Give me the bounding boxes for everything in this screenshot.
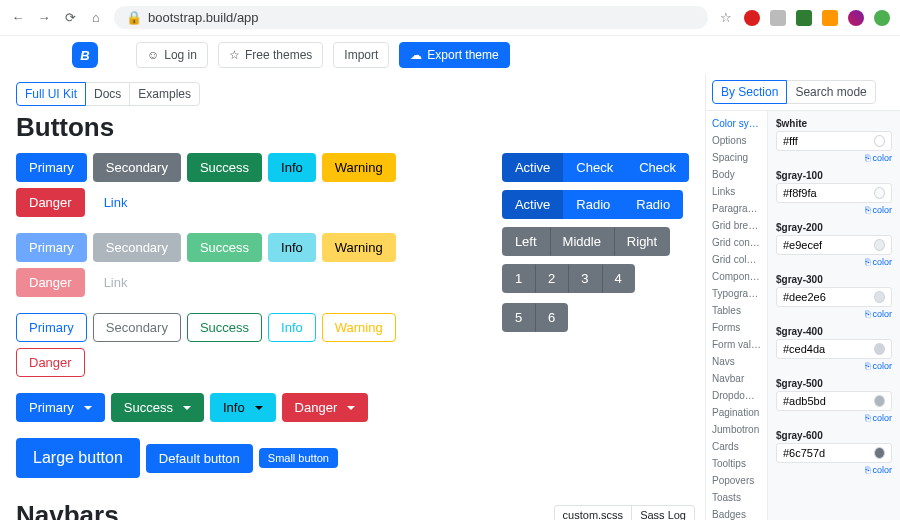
star-icon[interactable]: ☆	[718, 10, 734, 26]
btn-primary[interactable]: Primary	[16, 153, 87, 182]
section-nav-item[interactable]: Cards	[706, 438, 767, 455]
section-nav-item[interactable]: Grid contain…	[706, 234, 767, 251]
btn-outline-primary[interactable]: Primary	[16, 313, 87, 342]
tab-custom-scss[interactable]: custom.scss	[554, 505, 633, 520]
btn-info-light[interactable]: Info	[268, 233, 316, 262]
avatar-icon[interactable]	[848, 10, 864, 26]
btn-small[interactable]: Small button	[259, 448, 338, 468]
var-input[interactable]	[783, 343, 874, 355]
variable-list[interactable]: $whitecolor$gray-100color$gray-200color$…	[768, 111, 900, 520]
export-button[interactable]: ☁ Export theme	[399, 42, 509, 68]
num-btn[interactable]: 6	[535, 303, 568, 332]
section-nav-item[interactable]: Pagination	[706, 404, 767, 421]
num-btn[interactable]: 5	[502, 303, 535, 332]
btn-outline-warning[interactable]: Warning	[322, 313, 396, 342]
radio-btn[interactable]: Radio	[563, 190, 623, 219]
section-nav-item[interactable]: Navbar	[706, 370, 767, 387]
var-input[interactable]	[783, 187, 874, 199]
ext-icon[interactable]	[874, 10, 890, 26]
home-icon[interactable]: ⌂	[88, 10, 104, 26]
section-nav-item[interactable]: Paragraphs	[706, 200, 767, 217]
btn-info[interactable]: Info	[268, 153, 316, 182]
var-input[interactable]	[783, 239, 874, 251]
btn-danger[interactable]: Danger	[16, 188, 85, 217]
color-swatch[interactable]	[874, 343, 885, 355]
section-nav-item[interactable]: Navs	[706, 353, 767, 370]
color-swatch[interactable]	[874, 291, 885, 303]
var-input-row[interactable]	[776, 235, 892, 255]
ext-icon[interactable]	[770, 10, 786, 26]
tab-docs[interactable]: Docs	[85, 82, 130, 106]
lmr-right[interactable]: Right	[614, 227, 670, 256]
num-btn[interactable]: 3	[568, 264, 601, 293]
section-nav-item[interactable]: Dropdowns	[706, 387, 767, 404]
address-bar[interactable]: 🔒 bootstrap.build/app	[114, 6, 708, 29]
btn-outline-secondary[interactable]: Secondary	[93, 313, 181, 342]
var-input-row[interactable]	[776, 183, 892, 203]
btn-danger-light[interactable]: Danger	[16, 268, 85, 297]
tab-examples[interactable]: Examples	[129, 82, 200, 106]
ext-icon[interactable]	[822, 10, 838, 26]
btn-warning[interactable]: Warning	[322, 153, 396, 182]
var-input-row[interactable]	[776, 287, 892, 307]
color-swatch[interactable]	[874, 239, 885, 251]
tab-by-section[interactable]: By Section	[712, 80, 787, 104]
num-btn[interactable]: 2	[535, 264, 568, 293]
var-input[interactable]	[783, 447, 874, 459]
btn-outline-success[interactable]: Success	[187, 313, 262, 342]
btn-success[interactable]: Success	[187, 153, 262, 182]
section-nav-item[interactable]: Form validat…	[706, 336, 767, 353]
btn-outline-danger[interactable]: Danger	[16, 348, 85, 377]
btn-default[interactable]: Default button	[146, 444, 253, 473]
dropdown-info[interactable]: Info	[210, 393, 276, 422]
tab-full-ui-kit[interactable]: Full UI Kit	[16, 82, 86, 106]
tab-sass-log[interactable]: Sass Log	[632, 505, 695, 520]
btn-link[interactable]: Link	[91, 188, 141, 217]
dropdown-danger[interactable]: Danger	[282, 393, 369, 422]
var-input-row[interactable]	[776, 131, 892, 151]
section-nav-item[interactable]: Popovers	[706, 472, 767, 489]
adblock-icon[interactable]	[744, 10, 760, 26]
lmr-middle[interactable]: Middle	[550, 227, 614, 256]
radio-active[interactable]: Active	[502, 190, 563, 219]
import-button[interactable]: Import	[333, 42, 389, 68]
dropdown-success[interactable]: Success	[111, 393, 204, 422]
color-swatch[interactable]	[874, 447, 885, 459]
section-nav-item[interactable]: Typography	[706, 285, 767, 302]
login-button[interactable]: ☺ Log in	[136, 42, 208, 68]
num-btn[interactable]: 4	[602, 264, 635, 293]
section-nav-item[interactable]: Spacing	[706, 149, 767, 166]
section-nav-item[interactable]: Tables	[706, 302, 767, 319]
section-nav-item[interactable]: Grid breakp…	[706, 217, 767, 234]
reload-icon[interactable]: ⟳	[62, 10, 78, 26]
ext-icon[interactable]	[796, 10, 812, 26]
btn-primary-light[interactable]: Primary	[16, 233, 87, 262]
section-nav[interactable]: Color systemOptionsSpacingBodyLinksParag…	[706, 111, 768, 520]
btn-success-light[interactable]: Success	[187, 233, 262, 262]
btn-warning-light[interactable]: Warning	[322, 233, 396, 262]
var-input-row[interactable]	[776, 443, 892, 463]
num-btn[interactable]: 1	[502, 264, 535, 293]
btn-outline-info[interactable]: Info	[268, 313, 316, 342]
var-input-row[interactable]	[776, 391, 892, 411]
lmr-left[interactable]: Left	[502, 227, 550, 256]
section-nav-item[interactable]: Tooltips	[706, 455, 767, 472]
tab-search-mode[interactable]: Search mode	[786, 80, 875, 104]
section-nav-item[interactable]: Toasts	[706, 489, 767, 506]
section-nav-item[interactable]: Forms	[706, 319, 767, 336]
var-input[interactable]	[783, 135, 874, 147]
btn-large[interactable]: Large button	[16, 438, 140, 478]
check-btn[interactable]: Check	[626, 153, 689, 182]
btn-secondary-light[interactable]: Secondary	[93, 233, 181, 262]
check-btn[interactable]: Check	[563, 153, 626, 182]
app-logo[interactable]: B	[72, 42, 98, 68]
section-nav-item[interactable]: Jumbotron	[706, 421, 767, 438]
section-nav-item[interactable]: Badges	[706, 506, 767, 520]
color-swatch[interactable]	[874, 395, 885, 407]
section-nav-item[interactable]: Options	[706, 132, 767, 149]
free-themes-button[interactable]: ☆ Free themes	[218, 42, 323, 68]
section-nav-item[interactable]: Body	[706, 166, 767, 183]
var-input-row[interactable]	[776, 339, 892, 359]
var-input[interactable]	[783, 291, 874, 303]
section-nav-item[interactable]: Color system	[706, 115, 767, 132]
